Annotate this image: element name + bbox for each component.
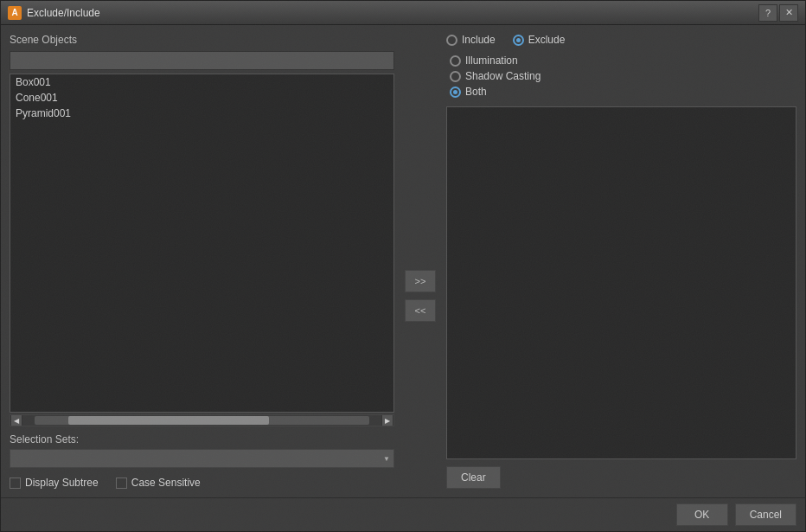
help-button[interactable]: ?: [758, 4, 777, 22]
list-item[interactable]: Box001: [10, 74, 393, 90]
exclude-label: Exclude: [528, 34, 566, 46]
include-label: Include: [462, 34, 496, 46]
selection-sets-dropdown[interactable]: ▼: [10, 449, 394, 468]
clear-button[interactable]: Clear: [446, 466, 501, 489]
scene-objects-label: Scene Objects: [10, 34, 394, 46]
title-bar: A Exclude/Include ? ✕: [1, 1, 805, 25]
title-bar-buttons: ? ✕: [758, 4, 798, 22]
window-footer: OK Cancel: [1, 497, 805, 531]
scrollbar-thumb[interactable]: [68, 416, 269, 425]
include-radio[interactable]: [446, 35, 457, 46]
right-panel: Include Exclude Illumination Shadow Cast…: [446, 34, 796, 489]
display-subtree-checkbox-item[interactable]: Display Subtree: [10, 477, 99, 489]
shadow-casting-radio-item[interactable]: Shadow Casting: [450, 70, 796, 82]
illumination-radio[interactable]: [450, 55, 461, 67]
selection-sets-label: Selection Sets:: [10, 433, 394, 445]
window-title: Exclude/Include: [27, 7, 758, 19]
shadow-casting-label: Shadow Casting: [465, 70, 541, 82]
illumination-label: Illumination: [465, 54, 518, 67]
backward-transfer-button[interactable]: <<: [405, 299, 436, 322]
display-subtree-checkbox[interactable]: [10, 478, 21, 489]
forward-transfer-button[interactable]: >>: [405, 270, 436, 292]
exclude-radio-item[interactable]: Exclude: [513, 34, 566, 46]
main-window: A Exclude/Include ? ✕ Scene Objects Box0…: [0, 0, 806, 532]
both-radio[interactable]: [450, 87, 461, 98]
excluded-objects-listbox[interactable]: [446, 106, 796, 459]
app-icon: A: [8, 6, 22, 20]
bottom-checkboxes: Display Subtree Case Sensitive: [10, 477, 394, 489]
both-label: Both: [465, 86, 487, 98]
case-sensitive-checkbox-item[interactable]: Case Sensitive: [116, 477, 201, 489]
include-exclude-row: Include Exclude: [446, 34, 796, 46]
middle-panel: >> <<: [403, 34, 438, 489]
case-sensitive-label: Case Sensitive: [131, 477, 201, 489]
case-sensitive-checkbox[interactable]: [116, 478, 127, 489]
illumination-radio-item[interactable]: Illumination: [450, 54, 796, 67]
list-item[interactable]: Cone001: [10, 90, 393, 106]
close-button[interactable]: ✕: [779, 4, 798, 22]
main-content: Scene Objects Box001 Cone001 Pyramid001 …: [1, 25, 805, 497]
horizontal-scrollbar[interactable]: ◀ ▶: [10, 414, 394, 426]
ok-button[interactable]: OK: [676, 503, 728, 526]
effect-options: Illumination Shadow Casting Both: [446, 54, 796, 98]
left-panel: Scene Objects Box001 Cone001 Pyramid001 …: [10, 34, 394, 489]
include-radio-item[interactable]: Include: [446, 34, 496, 46]
cancel-button[interactable]: Cancel: [735, 503, 796, 526]
selection-sets-section: Selection Sets: ▼: [10, 433, 394, 468]
scroll-left-arrow[interactable]: ◀: [10, 414, 22, 426]
dropdown-arrow-icon: ▼: [383, 455, 390, 463]
search-bar[interactable]: [10, 51, 394, 70]
shadow-casting-radio[interactable]: [450, 71, 461, 82]
scene-objects-listbox[interactable]: Box001 Cone001 Pyramid001: [10, 74, 394, 413]
exclude-radio[interactable]: [513, 35, 524, 46]
scroll-right-arrow[interactable]: ▶: [381, 414, 393, 426]
clear-btn-container: Clear: [446, 466, 796, 489]
scrollbar-track: [35, 416, 369, 425]
display-subtree-label: Display Subtree: [25, 477, 99, 489]
both-radio-item[interactable]: Both: [450, 86, 796, 98]
list-item[interactable]: Pyramid001: [10, 106, 393, 121]
